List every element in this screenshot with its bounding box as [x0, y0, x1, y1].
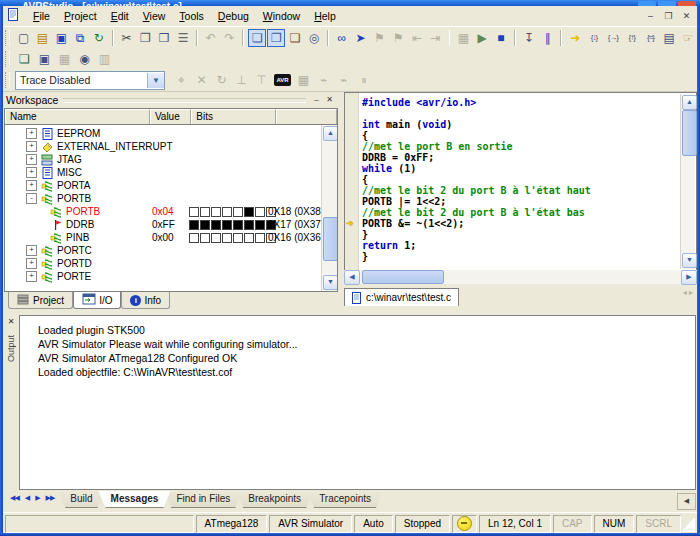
tree-scroll-thumb[interactable]	[323, 217, 338, 261]
menu-file[interactable]: File	[26, 8, 57, 24]
menu-help[interactable]: Help	[307, 8, 343, 24]
tab-build[interactable]: Build	[58, 491, 104, 508]
editor-document-tab[interactable]: c:\winavr\test\test.c	[344, 288, 459, 306]
menu-project[interactable]: Project	[57, 8, 104, 24]
tree-row-portc[interactable]: +PORTC	[6, 244, 320, 257]
tab-messages[interactable]: Messages	[99, 491, 171, 508]
tab-first-icon[interactable]: ◀◀	[8, 494, 21, 502]
expand-icon[interactable]: +	[26, 258, 37, 269]
toggle-io-view-button[interactable]: ❐	[267, 29, 285, 47]
toolbar-grip[interactable]	[5, 30, 10, 46]
expand-icon[interactable]: +	[26, 271, 37, 282]
bit-checkbox-3[interactable]	[233, 233, 243, 243]
bit-checkbox-5[interactable]	[211, 207, 221, 217]
column-header-value[interactable]: Value	[150, 109, 191, 124]
bit-checkbox-6[interactable]	[200, 207, 210, 217]
cut-button[interactable]: ✂	[118, 29, 136, 47]
toolbar-grip[interactable]	[5, 51, 10, 67]
scroll-down-icon[interactable]: ▼	[323, 275, 338, 290]
trace-window-button[interactable]: ▣	[35, 50, 54, 68]
resize-grip[interactable]	[683, 516, 695, 532]
save-file-button[interactable]: ▣	[52, 29, 70, 47]
menu-edit[interactable]: Edit	[104, 8, 136, 24]
paste-button[interactable]: ❒	[155, 29, 173, 47]
expand-icon[interactable]: +	[26, 141, 37, 152]
scroll-down-icon[interactable]: ▼	[682, 253, 697, 268]
bit-checkbox-2[interactable]	[244, 207, 254, 217]
bit-checkbox-4[interactable]	[222, 233, 232, 243]
find-next-button[interactable]: ➤	[352, 29, 370, 47]
tab-find-in-files[interactable]: Find in Files	[164, 491, 242, 508]
scroll-right-icon[interactable]: ▶	[681, 270, 697, 285]
tree-row-eeprom[interactable]: +EEPROM	[6, 127, 320, 140]
bit-checkbox-1[interactable]	[255, 233, 265, 243]
print-button[interactable]: ☰	[174, 29, 192, 47]
bit-checkbox-6[interactable]	[200, 233, 210, 243]
toolbar-grip[interactable]	[5, 72, 10, 88]
tree-row-portb[interactable]: -PORTB	[6, 192, 320, 205]
step-over-button[interactable]: {→}	[604, 29, 622, 47]
tree-row-portb[interactable]: PORTB0x040X18 (0X38)	[6, 205, 320, 218]
peripheral-view-button[interactable]: ◉	[75, 50, 94, 68]
expand-icon[interactable]: +	[26, 180, 37, 191]
run-button[interactable]: ▶	[473, 29, 491, 47]
bit-checkbox-1[interactable]	[255, 207, 265, 217]
column-header-bits[interactable]: Bits	[191, 109, 276, 124]
disassembler-button[interactable]: ▤	[660, 29, 678, 47]
tree-row-pinb[interactable]: PINB0x000X16 (0X36)	[6, 231, 320, 244]
expand-icon[interactable]: +	[26, 167, 37, 178]
bit-checkbox-5[interactable]	[211, 220, 221, 230]
tree-row-porta[interactable]: +PORTA	[6, 179, 320, 192]
stop-debug-button[interactable]: ■	[492, 29, 510, 47]
autostep-button[interactable]: {≈}	[642, 29, 660, 47]
tab-tracepoints[interactable]: Tracepoints	[307, 491, 383, 508]
tree-scrollbar[interactable]: ▲ ▼	[321, 125, 337, 291]
menu-view[interactable]: View	[136, 8, 173, 24]
tree-row-external_interrupt[interactable]: +EXTERNAL_INTERRUPT	[6, 140, 320, 153]
open-file-button[interactable]: ▤	[34, 29, 52, 47]
workspace-grip[interactable]	[62, 98, 306, 103]
tab-scroll-icons[interactable]: ◂ ▸	[683, 288, 697, 297]
pause-button[interactable]: ∥	[539, 29, 557, 47]
bit-checkbox-7[interactable]	[189, 233, 199, 243]
bit-checkbox-1[interactable]	[255, 220, 265, 230]
menu-debug[interactable]: Debug	[211, 8, 256, 24]
menu-tools[interactable]: Tools	[172, 8, 211, 24]
editor-hscroll-thumb[interactable]	[362, 270, 444, 284]
copy-button[interactable]: ❐	[137, 29, 155, 47]
document-icon[interactable]	[7, 8, 20, 24]
expand-icon[interactable]: +	[26, 245, 37, 256]
collapse-icon[interactable]: -	[26, 193, 37, 204]
column-header-spacer[interactable]	[276, 109, 337, 124]
editor-vscrollbar[interactable]: ▲ ▼	[680, 94, 695, 269]
tab-info[interactable]: iInfo	[121, 292, 170, 309]
menu-window[interactable]: Window	[256, 8, 307, 24]
bit-checkbox-4[interactable]	[222, 207, 232, 217]
tab-io[interactable]: I/O	[73, 292, 121, 309]
tree-row-jtag[interactable]: +JTAG	[6, 153, 320, 166]
drag-hand-button[interactable]: ☞	[679, 29, 697, 47]
editor-gutter[interactable]: ➜	[345, 93, 359, 270]
step-out-button[interactable]: {↑}	[623, 29, 641, 47]
mdi-close-button[interactable]: ✕	[679, 10, 694, 23]
mdi-minimize-button[interactable]: –	[643, 10, 658, 23]
reload-button[interactable]: ↻	[90, 29, 108, 47]
code-text[interactable]: #include <avr/io.h> int main (void){//me…	[362, 97, 680, 270]
run-to-cursor-button[interactable]: ➜	[566, 29, 584, 47]
tab-last-icon[interactable]: ▶▶	[44, 494, 57, 502]
bit-checkbox-3[interactable]	[233, 220, 243, 230]
bit-checkbox-6[interactable]	[200, 220, 210, 230]
scroll-up-icon[interactable]: ▲	[682, 95, 697, 110]
trace-into-button[interactable]: ↧	[520, 29, 538, 47]
bit-checkbox-7[interactable]	[189, 220, 199, 230]
find-in-files-button[interactable]: ◎	[305, 29, 323, 47]
bit-checkbox-7[interactable]	[189, 207, 199, 217]
mdi-restore-button[interactable]: ❐	[661, 10, 676, 23]
new-window-button[interactable]: ❏	[286, 29, 304, 47]
tree-row-porte[interactable]: +PORTE	[6, 270, 320, 283]
scroll-left-icon[interactable]: ◀	[344, 270, 360, 285]
scroll-up-icon[interactable]: ▲	[323, 126, 338, 141]
find-button[interactable]: ∞	[333, 29, 351, 47]
io-register-tree[interactable]: +EEPROM+EXTERNAL_INTERRUPT+JTAG+MISC+POR…	[4, 124, 338, 292]
workspace-menu-button[interactable]: –	[310, 94, 323, 106]
